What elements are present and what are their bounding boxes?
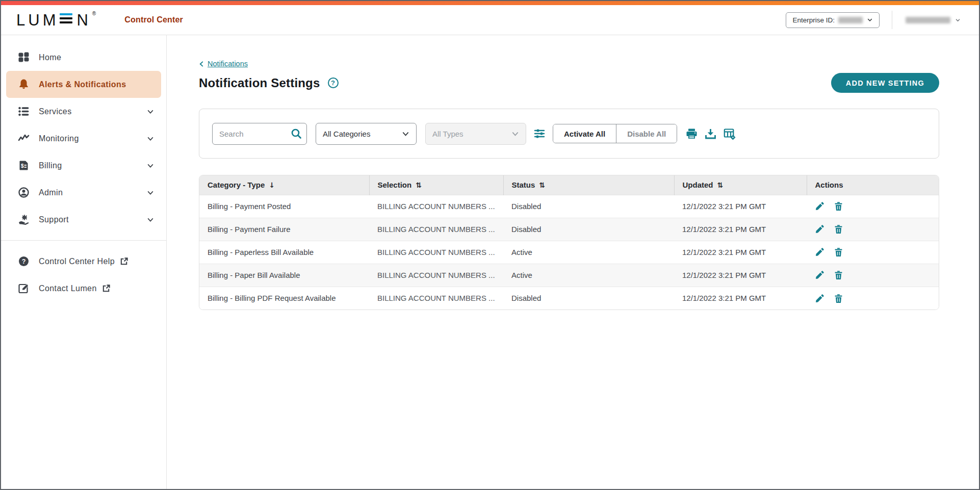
cell-actions [807, 241, 939, 264]
filter-sliders-icon[interactable] [533, 127, 546, 140]
cell-actions [807, 264, 939, 287]
chevron-down-icon [955, 17, 961, 23]
disable-all-button[interactable]: Disable All [616, 124, 677, 143]
column-header-actions: Actions [807, 175, 939, 195]
printer-icon[interactable] [685, 127, 698, 140]
sidebar-item-label: Control Center Help [39, 257, 115, 266]
sidebar-item-contact-lumen[interactable]: Contact Lumen [6, 275, 161, 302]
cell-category-type: Billing - Billing PDF Request Available [199, 287, 369, 310]
cell-status: Active [503, 264, 674, 287]
cell-category-type: Billing - Paper Bill Available [199, 264, 369, 287]
chevron-down-icon [147, 216, 154, 223]
cell-category-type: Billing - Payment Failure [199, 218, 369, 241]
delete-icon[interactable] [834, 247, 843, 257]
cell-updated: 12/1/2022 3:21 PM GMT [674, 218, 807, 241]
sidebar-item-home[interactable]: Home [6, 44, 161, 71]
activate-all-button[interactable]: Activate All [553, 124, 616, 143]
chevron-down-icon [511, 130, 519, 138]
user-menu-dropdown[interactable] [906, 17, 961, 23]
external-link-icon [120, 257, 128, 266]
types-dropdown-disabled: All Types [425, 123, 526, 145]
table-row: Billing - Billing PDF Request Available … [199, 287, 939, 310]
sidebar-item-label: Admin [39, 188, 63, 197]
enterprise-id-label: Enterprise ID: [792, 16, 835, 24]
logo-text-left: LUM [16, 12, 59, 28]
bell-icon [18, 79, 30, 90]
table-tool-icons [685, 127, 742, 140]
sidebar-item-monitoring[interactable]: Monitoring [6, 125, 161, 152]
sidebar-item-control-center-help[interactable]: ? Control Center Help [6, 248, 161, 275]
categories-dropdown[interactable]: All Categories [316, 123, 417, 145]
support-hand-gear-icon [18, 214, 30, 225]
edit-icon[interactable] [815, 294, 824, 303]
sidebar-item-label: Services [39, 107, 72, 116]
cell-selection: BILLING ACCOUNT NUMBERS ... [369, 195, 503, 218]
sidebar-item-label: Monitoring [39, 134, 79, 143]
column-header-selection[interactable]: Selection⇅ [369, 175, 503, 195]
chevron-left-icon [199, 61, 204, 67]
cell-selection: BILLING ACCOUNT NUMBERS ... [369, 241, 503, 264]
column-header-status[interactable]: Status⇅ [503, 175, 674, 195]
page-help-icon[interactable]: ? [328, 78, 339, 88]
cell-selection: BILLING ACCOUNT NUMBERS ... [369, 264, 503, 287]
sort-both-icon: ⇅ [717, 181, 724, 189]
sidebar-item-services[interactable]: Services [6, 98, 161, 125]
edit-icon[interactable] [815, 247, 824, 257]
username-redacted [906, 17, 950, 23]
edit-icon[interactable] [815, 201, 824, 211]
app-header: LUMN® Control Center Enterprise ID: [1, 5, 979, 35]
download-icon[interactable] [704, 127, 717, 140]
cell-updated: 12/1/2022 3:21 PM GMT [674, 195, 807, 218]
table-settings-icon[interactable] [723, 127, 736, 140]
search-field-wrap [212, 123, 307, 145]
external-link-icon [102, 284, 111, 293]
cell-status: Disabled [503, 287, 674, 310]
sidebar-item-label: Home [39, 53, 61, 62]
billing-invoice-icon: $ [18, 160, 30, 171]
delete-icon[interactable] [834, 294, 843, 303]
sort-both-icon: ⇅ [539, 181, 545, 189]
column-header-category-type[interactable]: Category - Type↓ [199, 175, 369, 195]
cell-updated: 12/1/2022 3:21 PM GMT [674, 264, 807, 287]
sidebar-item-billing[interactable]: $ Billing [6, 152, 161, 179]
header-divider [892, 11, 892, 29]
cell-actions [807, 287, 939, 310]
sidebar-item-admin[interactable]: Admin [6, 179, 161, 206]
cell-actions [807, 195, 939, 218]
enterprise-id-dropdown[interactable]: Enterprise ID: [786, 12, 880, 28]
table-row: Billing - Paper Bill Available BILLING A… [199, 264, 939, 287]
home-icon [18, 51, 30, 63]
add-new-setting-button[interactable]: ADD NEW SETTING [831, 73, 939, 93]
svg-text:?: ? [22, 258, 26, 265]
delete-icon[interactable] [834, 201, 843, 211]
table-header-row: Category - Type↓ Selection⇅ Status⇅ Upda… [199, 175, 939, 195]
cell-actions [807, 218, 939, 241]
column-header-updated[interactable]: Updated⇅ [674, 175, 807, 195]
table-row: Billing - Paperless Bill Available BILLI… [199, 241, 939, 264]
contact-edit-icon [18, 282, 30, 294]
filter-panel: All Categories All Types [199, 109, 939, 159]
cell-status: Active [503, 241, 674, 264]
sidebar-item-label: Alerts & Notifications [39, 80, 126, 89]
delete-icon[interactable] [834, 270, 843, 280]
table-row: Billing - Payment Posted BILLING ACCOUNT… [199, 195, 939, 218]
brand-gradient-bar [1, 1, 979, 5]
cell-status: Disabled [503, 218, 674, 241]
edit-icon[interactable] [815, 270, 824, 280]
categories-selected-value: All Categories [323, 130, 370, 138]
delete-icon[interactable] [834, 224, 843, 234]
breadcrumb-notifications-link[interactable]: Notifications [199, 60, 248, 68]
cell-category-type: Billing - Paperless Bill Available [199, 241, 369, 264]
sidebar-item-support[interactable]: Support [6, 206, 161, 233]
chevron-down-icon [867, 17, 873, 23]
sidebar-item-alerts-notifications[interactable]: Alerts & Notifications [6, 71, 161, 98]
main-content: Notifications Notification Settings ? AD… [167, 35, 979, 490]
edit-icon[interactable] [815, 224, 824, 234]
cell-category-type: Billing - Payment Posted [199, 195, 369, 218]
sidebar-nav: Home Alerts & Notifications Services [1, 35, 167, 490]
page-title: Notification Settings [199, 76, 320, 90]
services-list-icon [18, 106, 30, 117]
enterprise-id-value-redacted [838, 17, 863, 23]
search-icon[interactable] [291, 128, 302, 139]
cell-updated: 12/1/2022 3:21 PM GMT [674, 287, 807, 310]
